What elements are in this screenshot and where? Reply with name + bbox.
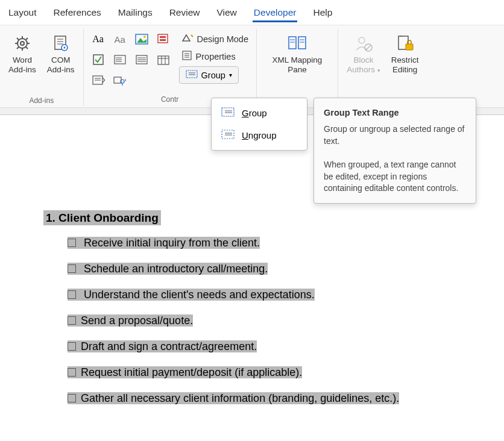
svg-marker-17 [137, 38, 146, 43]
tab-view[interactable]: View [216, 5, 238, 22]
svg-rect-38 [114, 77, 121, 83]
checklist: Receive initial inquiry from the client.… [43, 237, 504, 405]
svg-rect-50 [289, 37, 296, 49]
design-mode-label: Design Mode [197, 34, 248, 44]
list-item[interactable]: Schedule an introductory call/meeting. [68, 263, 504, 275]
legacy-tools-icon[interactable] [112, 72, 128, 88]
list-item[interactable]: Gather all necessary client information … [68, 392, 504, 405]
list-item-text: Send a proposal/quote. [81, 314, 193, 327]
tooltip-title: Group Text Range [324, 107, 466, 119]
word-addins-button[interactable]: Word Add-ins [5, 30, 40, 77]
datepicker-control-icon[interactable] [155, 52, 172, 67]
properties-label: Properties [196, 52, 236, 61]
checkbox-icon[interactable] [68, 290, 76, 299]
svg-rect-61 [222, 108, 234, 116]
buildingblock-control-icon[interactable] [155, 31, 172, 47]
repeating-control-icon[interactable] [90, 72, 107, 88]
plaintext-control-icon[interactable]: Aa [112, 31, 128, 47]
picture-control-icon[interactable] [133, 31, 150, 47]
group-dropdown-menu: Group Ungroup [211, 98, 307, 151]
svg-point-0 [17, 39, 27, 48]
list-item-text: Gather all necessary client information … [81, 392, 399, 404]
checkbox-control-icon[interactable] [90, 52, 107, 67]
svg-marker-41 [183, 35, 190, 41]
tooltip-text-2: When grouped, a text range cannot be edi… [324, 159, 466, 195]
checkbox-icon[interactable] [68, 239, 76, 247]
tab-help[interactable]: Help [312, 5, 333, 22]
xml-mapping-button[interactable]: XML Mapping Pane [269, 30, 326, 77]
restrict-editing-label: Restrict Editing [391, 55, 419, 74]
svg-rect-22 [93, 55, 103, 64]
com-addins-button[interactable]: COM Add-ins [43, 30, 78, 77]
richtext-control-icon[interactable]: Aa [90, 31, 107, 47]
svg-line-7 [26, 38, 28, 40]
gear-icon [13, 33, 32, 54]
list-item[interactable]: Request initial payment/deposit (if appl… [68, 366, 504, 379]
tab-review[interactable]: Review [168, 5, 201, 22]
ungroup-icon [221, 129, 235, 142]
com-addins-label: COM Add-ins [47, 55, 75, 74]
restrict-editing-button[interactable]: Restrict Editing [388, 30, 423, 77]
block-authors-button[interactable]: Block Authors ▾ [343, 30, 383, 77]
menu-ungroup[interactable]: Ungroup [212, 124, 307, 146]
doc-heading[interactable]: 1. Client Onboarding [43, 210, 161, 225]
list-item[interactable]: Draft and sign a contract/agreement. [68, 340, 504, 353]
svg-rect-51 [298, 37, 306, 49]
tab-layout[interactable]: Layout [7, 5, 38, 22]
group-addins: Word Add-ins COM Add-ins Add-ins [0, 29, 84, 106]
tab-mailings[interactable]: Mailings [117, 5, 154, 22]
design-mode-icon [181, 33, 194, 45]
design-mode-button[interactable]: Design Mode [179, 31, 251, 46]
menu-group[interactable]: Group [212, 102, 307, 124]
checkbox-icon[interactable] [68, 264, 76, 273]
list-item[interactable]: Send a proposal/quote. [68, 314, 504, 327]
checkbox-icon[interactable] [68, 368, 76, 377]
chevron-down-icon: ▾ [229, 72, 232, 78]
group-icon [221, 107, 235, 119]
list-item[interactable]: Receive initial inquiry from the client. [68, 237, 504, 249]
svg-rect-21 [160, 39, 166, 41]
dropdown-control-icon[interactable] [133, 52, 150, 67]
group-split-button[interactable]: Group ▾ [179, 66, 239, 84]
tab-references[interactable]: References [52, 5, 102, 22]
group-addins-label: Add-ins [29, 95, 54, 106]
control-palette: Aa Aa [89, 30, 173, 89]
svg-line-58 [366, 45, 371, 50]
checkbox-icon[interactable] [68, 394, 76, 402]
svg-rect-60 [406, 44, 413, 50]
svg-rect-19 [158, 34, 168, 43]
svg-rect-31 [158, 56, 169, 64]
list-item-text: Understand the client's needs and expect… [81, 289, 315, 301]
svg-point-56 [359, 37, 365, 43]
svg-point-18 [143, 36, 146, 38]
group-xml-mapping: XML Mapping Pane [257, 29, 339, 106]
ribbon-tabs: Layout References Mailings Review View D… [0, 0, 504, 25]
chevron-down-icon: ▾ [377, 67, 380, 74]
svg-rect-47 [186, 70, 197, 78]
list-item-text: Receive initial inquiry from the client. [81, 237, 260, 249]
group-button-label: Group [201, 70, 225, 80]
group-controls: Aa Aa Design Mode Properties [84, 29, 257, 106]
svg-line-5 [17, 38, 19, 40]
block-authors-icon [354, 33, 373, 54]
tab-developer[interactable]: Developer [253, 5, 298, 22]
checkbox-icon[interactable] [68, 316, 76, 325]
svg-line-6 [26, 47, 28, 49]
list-item-text: Schedule an introductory call/meeting. [81, 263, 268, 275]
svg-point-15 [63, 47, 65, 49]
properties-icon [181, 50, 192, 63]
ribbon: Word Add-ins COM Add-ins Add-ins Aa Aa [0, 25, 504, 108]
list-item-text: Request initial payment/deposit (if appl… [81, 366, 302, 378]
menu-group-label: Group [242, 108, 267, 118]
properties-button[interactable]: Properties [179, 49, 238, 64]
list-item-text: Draft and sign a contract/agreement. [81, 340, 257, 352]
combobox-control-icon[interactable] [112, 52, 128, 67]
page-gear-icon [51, 33, 71, 54]
list-item[interactable]: Understand the client's needs and expect… [68, 289, 504, 301]
tooltip-text-1: Group or ungroup a selected range of tex… [324, 124, 466, 147]
checkbox-icon[interactable] [68, 342, 76, 351]
group-protect: Block Authors ▾ Restrict Editing [338, 29, 427, 106]
xml-mapping-icon [286, 33, 308, 54]
group-icon [186, 69, 198, 81]
svg-rect-20 [160, 36, 166, 38]
